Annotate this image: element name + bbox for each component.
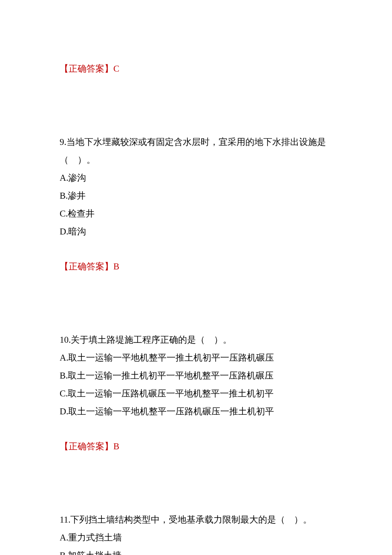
answer-bracket-open: 【 bbox=[60, 261, 69, 272]
option-b: B.加筋土挡土墙 bbox=[60, 546, 332, 555]
answer-label: 正确答案 bbox=[69, 441, 104, 451]
option-c: C.检查井 bbox=[60, 205, 332, 223]
option-label: D. bbox=[60, 226, 68, 237]
option-label: D. bbox=[60, 406, 68, 416]
option-c: C.取土一运输一压路机碾压一平地机整平一推土机初平 bbox=[60, 384, 332, 402]
option-text: 检查井 bbox=[68, 208, 95, 219]
option-text: 取土一运输一推土机初平一平地机整平一压路机碾压 bbox=[68, 370, 274, 381]
option-text: 取土一运输一平地机整平一压路机碾压一推土机初平 bbox=[68, 406, 274, 416]
answer-bracket-open: 【 bbox=[60, 64, 69, 74]
option-b: B.取土一运输一推土机初平一平地机整平一压路机碾压 bbox=[60, 367, 332, 384]
answer-bracket-close: 】 bbox=[104, 64, 113, 74]
question-10: 10.关于填土路堤施工程序正确的是（ ）。 A.取土一运输一平地机整平一推土机初… bbox=[60, 331, 332, 455]
option-text: 取土一运输一平地机整平一推土机初平一压路机碾压 bbox=[68, 353, 274, 363]
option-text: 渗井 bbox=[68, 191, 86, 201]
option-label: A. bbox=[60, 353, 68, 363]
answer-bracket-close: 】 bbox=[104, 261, 113, 272]
question-9: 9.当地下水埋藏较深或有固定含水层时，宜采用的地下水排出设施是（ ）。 A.渗沟… bbox=[60, 133, 332, 275]
question-text: 关于填土路堤施工程序正确的是（ ）。 bbox=[71, 335, 232, 345]
question-11: 11.下列挡土墙结构类型中，受地基承载力限制最大的是（ ）。 A.重力式挡土墙 … bbox=[60, 511, 332, 555]
option-text: 重力式挡土墙 bbox=[68, 532, 122, 543]
question-number: 9. bbox=[60, 137, 66, 147]
option-label: C. bbox=[60, 208, 68, 219]
option-d: D.暗沟 bbox=[60, 223, 332, 240]
question-stem: 11.下列挡土墙结构类型中，受地基承载力限制最大的是（ ）。 bbox=[60, 511, 332, 529]
question-number: 11. bbox=[60, 515, 70, 525]
option-a: A.渗沟 bbox=[60, 169, 332, 187]
answer-value: B bbox=[113, 261, 119, 272]
answer-bracket-close: 】 bbox=[104, 441, 113, 451]
option-text: 渗沟 bbox=[68, 173, 86, 183]
answer-bracket-open: 【 bbox=[60, 441, 69, 451]
option-text: 暗沟 bbox=[68, 226, 86, 237]
question-stem: 10.关于填土路堤施工程序正确的是（ ）。 bbox=[60, 331, 332, 349]
answer-label: 正确答案 bbox=[69, 64, 104, 74]
question-10-answer: 【正确答案】B bbox=[60, 437, 332, 455]
option-label: C. bbox=[60, 388, 68, 399]
option-label: A. bbox=[60, 173, 68, 183]
option-label: A. bbox=[60, 532, 68, 543]
option-text: 取土一运输一压路机碾压一平地机整平一推土机初平 bbox=[68, 388, 274, 399]
answer-label: 正确答案 bbox=[69, 261, 104, 272]
option-text: 加筋土挡土墙 bbox=[68, 550, 121, 555]
question-text: 当地下水埋藏较深或有固定含水层时，宜采用的地下水排出设施是（ ）。 bbox=[60, 137, 326, 165]
answer-value: C bbox=[113, 64, 119, 74]
previous-question-answer: 【正确答案】C bbox=[60, 60, 332, 78]
option-label: B. bbox=[60, 550, 68, 555]
option-a: A.重力式挡土墙 bbox=[60, 529, 332, 546]
question-text: 下列挡土墙结构类型中，受地基承载力限制最大的是（ ）。 bbox=[70, 515, 312, 525]
question-stem: 9.当地下水埋藏较深或有固定含水层时，宜采用的地下水排出设施是（ ）。 bbox=[60, 133, 332, 169]
answer-value: B bbox=[113, 441, 119, 451]
question-9-answer: 【正确答案】B bbox=[60, 257, 332, 275]
option-d: D.取土一运输一平地机整平一压路机碾压一推土机初平 bbox=[60, 402, 332, 420]
option-b: B.渗井 bbox=[60, 187, 332, 205]
option-label: B. bbox=[60, 370, 68, 381]
document-page: 【正确答案】C 9.当地下水埋藏较深或有固定含水层时，宜采用的地下水排出设施是（… bbox=[0, 0, 392, 555]
question-number: 10. bbox=[60, 335, 71, 345]
option-a: A.取土一运输一平地机整平一推土机初平一压路机碾压 bbox=[60, 349, 332, 367]
option-label: B. bbox=[60, 191, 68, 201]
